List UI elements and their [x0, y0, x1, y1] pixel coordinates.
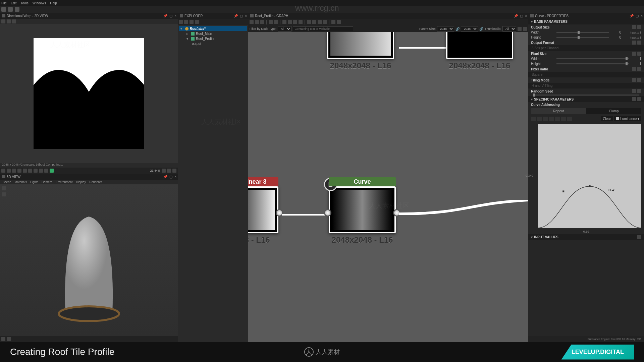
toggle-repeat[interactable]: Repeat	[531, 108, 586, 114]
tool-icon[interactable]	[17, 169, 21, 173]
tool-icon[interactable]	[318, 20, 322, 24]
tool-icon[interactable]	[195, 20, 199, 24]
tool-icon[interactable]	[28, 169, 32, 173]
info-icon[interactable]	[274, 20, 278, 24]
curve-editor[interactable]	[538, 124, 641, 228]
maximize-icon[interactable]: ▢	[240, 14, 243, 18]
menu-windows[interactable]: Windows	[33, 1, 46, 5]
maximize-icon[interactable]: ▢	[520, 14, 523, 18]
tool-icon[interactable]	[162, 169, 166, 173]
curve-tool-icon[interactable]	[531, 117, 536, 121]
light-icon[interactable]	[2, 192, 6, 196]
opt-icon[interactable]	[632, 97, 636, 101]
toolbar-save-icon[interactable]	[15, 7, 19, 12]
maximize-icon[interactable]: ▢	[636, 14, 639, 18]
tool-icon[interactable]	[7, 169, 11, 173]
curve-tool-icon[interactable]	[549, 117, 554, 121]
tool-icon[interactable]	[7, 19, 11, 23]
tool-icon[interactable]	[299, 20, 303, 24]
link-icon[interactable]: 🔗	[455, 27, 460, 31]
menu-tools[interactable]: Tools	[20, 1, 28, 5]
tool-icon[interactable]	[44, 169, 48, 173]
tool-icon[interactable]	[518, 27, 522, 31]
opt-icon[interactable]	[637, 52, 641, 56]
opt-icon[interactable]	[637, 89, 641, 93]
tool-icon[interactable]	[167, 169, 171, 173]
thumbs-select[interactable]: All	[502, 26, 516, 32]
camera-icon[interactable]	[2, 186, 6, 190]
menu-help[interactable]: Help	[50, 1, 57, 5]
graph-node[interactable]: 2048x2048 - L16	[327, 32, 394, 70]
section-input-values[interactable]: ▾INPUT VALUES	[528, 234, 644, 240]
opt-icon[interactable]	[632, 78, 636, 82]
opt-icon[interactable]	[632, 89, 636, 93]
curve-tool-icon[interactable]	[543, 117, 548, 121]
maximize-icon[interactable]: ▢	[169, 175, 172, 179]
export-icon[interactable]	[190, 20, 194, 24]
pin-icon[interactable]: 📌	[234, 14, 238, 18]
pin-icon[interactable]: 📌	[163, 175, 167, 179]
opt-icon[interactable]	[637, 78, 641, 82]
tool-icon[interactable]	[1, 169, 5, 173]
tool-icon[interactable]	[293, 20, 297, 24]
graph-node-linear3[interactable]: Linear 3 48 - L16	[248, 186, 278, 245]
new-icon[interactable]	[179, 20, 183, 24]
curve-tool-icon[interactable]	[567, 117, 572, 121]
filter-type-select[interactable]: All	[278, 26, 291, 32]
opt-icon[interactable]	[637, 67, 641, 71]
tool-icon[interactable]	[307, 20, 311, 24]
maximize-icon[interactable]: ▢	[169, 14, 172, 18]
menu-display[interactable]: Display	[76, 180, 86, 184]
graph-canvas[interactable]: 2048x2048 - L16 2048x2048 - L16 Linear 3	[248, 32, 528, 342]
slider-seed[interactable]	[533, 95, 639, 96]
tree-root[interactable]: ▾ Roof.sbs*	[179, 26, 247, 31]
tool-icon[interactable]	[1, 19, 5, 23]
tool-icon[interactable]	[7, 337, 11, 341]
opt-icon[interactable]	[637, 97, 641, 101]
menu-edit[interactable]: Edit	[11, 1, 16, 5]
tree-item[interactable]: ▾ Roof_Profile	[179, 36, 247, 41]
tool-icon[interactable]	[1, 337, 5, 341]
tool-icon[interactable]	[337, 20, 341, 24]
pin-icon[interactable]: 📌	[630, 14, 634, 18]
opt-icon[interactable]	[632, 52, 636, 56]
menu-file[interactable]: File	[1, 1, 7, 5]
tool-icon[interactable]	[255, 20, 259, 24]
menu-materials[interactable]: Materials	[15, 180, 27, 184]
close-icon[interactable]: ×	[525, 14, 527, 18]
slider-width[interactable]	[556, 32, 609, 33]
opt-icon[interactable]	[637, 25, 641, 29]
tool-icon[interactable]	[34, 169, 38, 173]
toolbar-new-icon[interactable]	[1, 7, 6, 12]
tool-icon[interactable]	[260, 20, 264, 24]
tool-icon[interactable]	[323, 20, 327, 24]
curve-clear-button[interactable]: Clear	[601, 116, 613, 121]
curve-tool-icon[interactable]	[537, 117, 542, 121]
tool-icon[interactable]	[39, 169, 43, 173]
section-specific-params[interactable]: ▾SPECIFIC PARAMETERS	[528, 96, 644, 102]
tool-icon[interactable]	[250, 20, 254, 24]
pin-icon[interactable]: 📌	[163, 14, 167, 18]
tool-icon[interactable]	[312, 20, 316, 24]
lock-icon[interactable]	[172, 169, 176, 173]
tree-item[interactable]: output	[179, 41, 247, 46]
tool-icon[interactable]	[12, 169, 16, 173]
tool-icon[interactable]	[12, 19, 16, 23]
link-icon[interactable]: 🔗	[479, 27, 483, 31]
close-icon[interactable]: ×	[245, 14, 247, 18]
pin-icon[interactable]: 📌	[514, 14, 518, 18]
tree-item[interactable]: ▸ Roof_Main	[179, 31, 247, 36]
toggle-clamp[interactable]: Clamp	[586, 108, 641, 114]
slider-height[interactable]	[556, 37, 609, 38]
graph-node-curve[interactable]: 🗎 Curve 2048x2048 - L16	[329, 186, 396, 245]
close-icon[interactable]: ×	[174, 14, 176, 18]
menu-scene[interactable]: Scene	[3, 180, 11, 184]
close-icon[interactable]: ×	[641, 14, 643, 18]
tool-icon[interactable]	[269, 20, 273, 24]
tool-icon[interactable]	[331, 20, 335, 24]
filter-text-input[interactable]	[293, 26, 353, 31]
graph-node[interactable]: 2048x2048 - L16	[446, 32, 513, 70]
tool-icon[interactable]	[288, 20, 292, 24]
toolbar-open-icon[interactable]	[8, 7, 13, 12]
parent-size-select[interactable]: 2048	[437, 26, 454, 32]
